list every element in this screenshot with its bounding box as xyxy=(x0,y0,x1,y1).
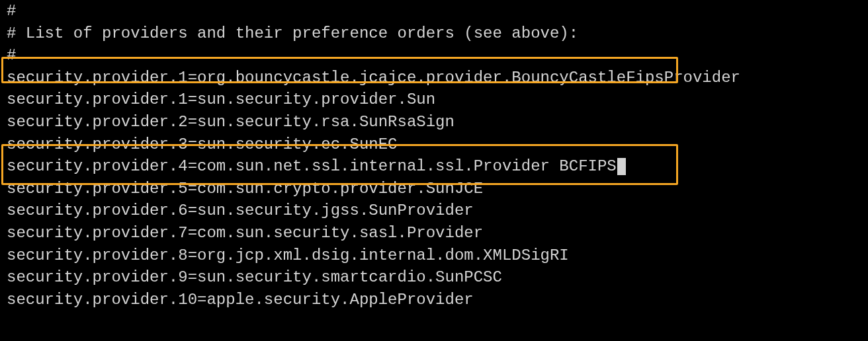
code-line: security.provider.7=com.sun.security.sas… xyxy=(7,222,861,245)
code-line: security.provider.1=org.bouncycastle.jca… xyxy=(7,67,861,89)
code-line: # List of providers and their preference… xyxy=(7,22,861,45)
code-line: security.provider.8=org.jcp.xml.dsig.int… xyxy=(7,245,861,267)
code-line: security.provider.10=apple.security.Appl… xyxy=(7,289,861,311)
code-line: security.provider.1=sun.security.provide… xyxy=(7,89,861,111)
code-line: # xyxy=(7,44,861,67)
code-text: security.provider.4=com.sun.net.ssl.inte… xyxy=(7,155,617,178)
code-line: security.provider.3=sun.security.ec.SunE… xyxy=(7,133,861,156)
code-text: # xyxy=(7,44,16,67)
code-text: security.provider.3=sun.security.ec.SunE… xyxy=(7,133,398,156)
code-text: security.provider.8=org.jcp.xml.dsig.int… xyxy=(7,245,569,267)
code-container: # # List of providers and their preferen… xyxy=(0,0,868,311)
code-text: security.provider.6=sun.security.jgss.Su… xyxy=(7,200,474,222)
code-text: security.provider.9=sun.security.smartca… xyxy=(7,266,502,289)
code-text: # List of providers and their preference… xyxy=(7,22,578,45)
text-cursor xyxy=(617,158,626,175)
code-line: security.provider.6=sun.security.jgss.Su… xyxy=(7,200,861,222)
code-text: security.provider.5=com.sun.crypto.provi… xyxy=(7,178,483,200)
code-text: security.provider.1=org.bouncycastle.jca… xyxy=(7,67,740,89)
code-text: security.provider.7=com.sun.security.sas… xyxy=(7,222,483,245)
code-text: security.provider.2=sun.security.rsa.Sun… xyxy=(7,111,455,133)
code-line: # xyxy=(7,0,861,22)
code-line: security.provider.5=com.sun.crypto.provi… xyxy=(7,178,861,200)
code-text: security.provider.10=apple.security.Appl… xyxy=(7,289,474,311)
code-line: security.provider.2=sun.security.rsa.Sun… xyxy=(7,111,861,133)
code-line: security.provider.9=sun.security.smartca… xyxy=(7,266,861,289)
code-line: security.provider.4=com.sun.net.ssl.inte… xyxy=(7,155,861,178)
code-text: # xyxy=(7,0,16,22)
code-text: security.provider.1=sun.security.provide… xyxy=(7,89,435,111)
